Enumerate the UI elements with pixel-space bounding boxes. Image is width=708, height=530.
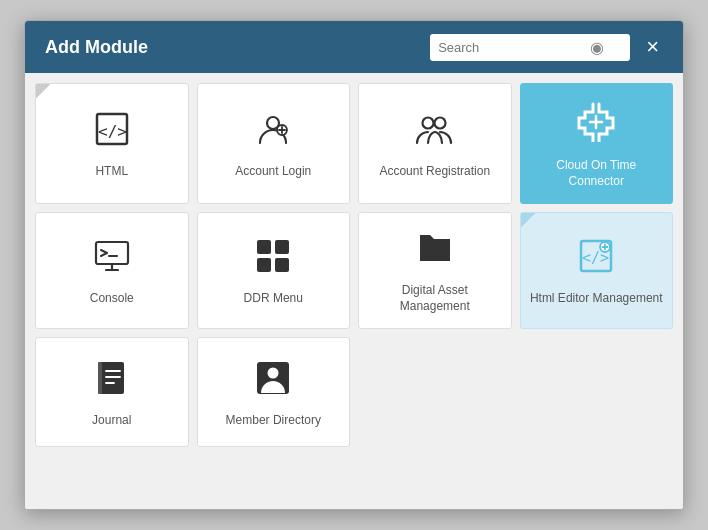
module-tile-html-editor-management[interactable]: </> Html Editor Management — [520, 212, 674, 329]
search-container: ◉ — [430, 34, 630, 61]
member-directory-icon — [254, 359, 292, 403]
module-grid: </> HTML Account Login Account Registrat… — [35, 83, 673, 447]
module-tile-account-login[interactable]: Account Login — [197, 83, 351, 204]
account-registration-icon — [414, 110, 456, 154]
digital-asset-management-label: Digital Asset Management — [367, 283, 503, 314]
svg-point-7 — [434, 117, 445, 128]
module-grid-container: </> HTML Account Login Account Registrat… — [25, 73, 683, 509]
journal-label: Journal — [92, 413, 131, 429]
modal-header: Add Module ◉ × — [25, 21, 683, 73]
module-tile-digital-asset-management[interactable]: Digital Asset Management — [358, 212, 512, 329]
html-label: HTML — [95, 164, 128, 180]
account-login-label: Account Login — [235, 164, 311, 180]
close-button[interactable]: × — [642, 36, 663, 58]
module-tile-ddr-menu[interactable]: DDR Menu — [197, 212, 351, 329]
add-module-modal: Add Module ◉ × </> HTML Account Login Ac… — [24, 20, 684, 510]
svg-rect-10 — [96, 242, 128, 264]
svg-rect-14 — [257, 240, 271, 254]
html-icon: </> — [93, 110, 131, 154]
module-tile-html[interactable]: </> HTML — [35, 83, 189, 204]
console-label: Console — [90, 291, 134, 307]
svg-rect-17 — [275, 258, 289, 272]
svg-rect-23 — [100, 362, 124, 394]
corner-fold-indicator — [521, 213, 535, 227]
svg-rect-24 — [98, 362, 102, 394]
module-tile-cloud-on-time-connector[interactable]: Cloud On Time Connector — [520, 83, 674, 204]
svg-text:</>: </> — [98, 122, 127, 141]
module-tile-console[interactable]: Console — [35, 212, 189, 329]
search-clear-button[interactable]: ◉ — [588, 38, 606, 57]
close-icon: × — [646, 34, 659, 59]
cloud-on-time-connector-icon — [575, 100, 617, 148]
module-tile-journal[interactable]: Journal — [35, 337, 189, 447]
html-editor-management-label: Html Editor Management — [530, 291, 663, 307]
digital-asset-management-icon — [416, 229, 454, 273]
member-directory-label: Member Directory — [226, 413, 321, 429]
module-tile-account-registration[interactable]: Account Registration — [358, 83, 512, 204]
corner-fold-indicator — [36, 84, 50, 98]
cloud-on-time-connector-label: Cloud On Time Connector — [529, 158, 665, 189]
svg-point-29 — [268, 367, 279, 378]
clear-icon: ◉ — [590, 38, 604, 57]
modal-title: Add Module — [45, 37, 430, 58]
account-registration-label: Account Registration — [379, 164, 490, 180]
svg-point-6 — [422, 117, 433, 128]
ddr-menu-icon — [254, 237, 292, 281]
svg-rect-16 — [257, 258, 271, 272]
ddr-menu-label: DDR Menu — [244, 291, 303, 307]
console-icon — [93, 237, 131, 281]
svg-rect-15 — [275, 240, 289, 254]
search-input[interactable] — [438, 40, 588, 55]
account-login-icon — [254, 110, 292, 154]
module-tile-member-directory[interactable]: Member Directory — [197, 337, 351, 447]
html-editor-management-icon: </> — [577, 237, 615, 281]
journal-icon — [93, 359, 131, 403]
